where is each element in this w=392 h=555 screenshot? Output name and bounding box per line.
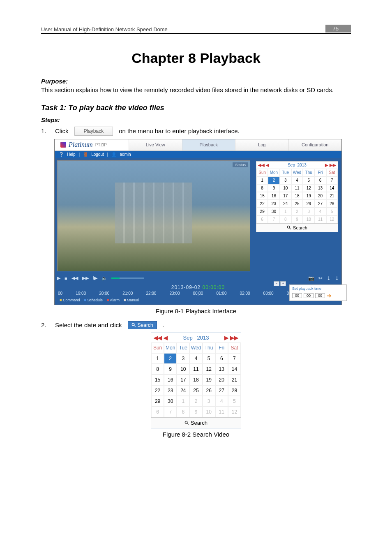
cal-day-selected[interactable]: 2 <box>164 353 177 364</box>
cal-day[interactable]: 1 <box>151 353 164 364</box>
cal-prev[interactable]: ◀◀ ◀ <box>154 335 168 341</box>
cal-day[interactable]: 17 <box>177 375 189 385</box>
cal-day[interactable]: 29 <box>256 208 268 215</box>
cal-day[interactable]: 21 <box>326 192 338 200</box>
set-ss-input[interactable] <box>315 293 325 298</box>
rewind-button[interactable]: ◀◀ <box>71 275 78 281</box>
cal-day-next-month[interactable]: 1 <box>177 396 189 407</box>
cal-day-next-month[interactable]: 12 <box>228 407 241 417</box>
cal-day[interactable]: 23 <box>164 385 177 396</box>
cal-day[interactable]: 26 <box>303 200 314 208</box>
cal-day[interactable]: 30 <box>268 208 279 215</box>
logout-icon[interactable]: 🚪 <box>83 152 88 157</box>
cal-day[interactable]: 21 <box>228 375 241 385</box>
logout-link[interactable]: Logout <box>91 152 104 157</box>
cal-day[interactable]: 17 <box>280 192 291 200</box>
help-link[interactable]: Help <box>67 152 76 157</box>
tab-configuration[interactable]: Configuration <box>288 139 342 150</box>
help-icon[interactable]: ❔ <box>59 152 64 157</box>
cal-day-next-month[interactable]: 9 <box>291 215 303 223</box>
zoom-in-button[interactable]: + <box>280 281 286 286</box>
snapshot-button[interactable]: 📷 <box>308 275 314 281</box>
cal-day[interactable]: 6 <box>314 176 326 184</box>
cal-day[interactable]: 24 <box>280 200 291 208</box>
cal-prev[interactable]: ◀◀ ◀ <box>258 163 269 167</box>
cal-day[interactable]: 23 <box>268 200 279 208</box>
cal-day-next-month[interactable]: 5 <box>326 208 338 215</box>
cal-day[interactable]: 25 <box>189 385 202 396</box>
cal-day[interactable]: 6 <box>215 353 228 364</box>
cal-day-next-month[interactable]: 2 <box>189 396 202 407</box>
cal-day[interactable]: 8 <box>256 184 268 192</box>
cal-day-next-month[interactable]: 7 <box>268 215 279 223</box>
cal-day[interactable]: 11 <box>291 184 303 192</box>
tab-playback[interactable]: Playback <box>182 139 235 150</box>
cal-day[interactable]: 14 <box>228 364 241 375</box>
cal-next[interactable]: ▶ ▶▶ <box>325 163 336 167</box>
cal-day-next-month[interactable]: 6 <box>151 407 164 417</box>
cal-day[interactable]: 29 <box>151 396 164 407</box>
calendar-search-button[interactable]: Search <box>256 223 338 232</box>
cal-day-next-month[interactable]: 11 <box>314 215 326 223</box>
cal-day[interactable]: 25 <box>291 200 303 208</box>
cal-day-selected[interactable]: 2 <box>268 176 279 184</box>
cal-day-next-month[interactable]: 10 <box>203 407 215 417</box>
cal-day[interactable]: 11 <box>189 364 202 375</box>
cal-day-next-month[interactable]: 12 <box>326 215 338 223</box>
cal-next[interactable]: ▶ ▶▶ <box>224 335 238 341</box>
cal-day[interactable]: 16 <box>164 375 177 385</box>
download-button[interactable]: ⤓ <box>327 275 331 281</box>
volume-button[interactable]: 🔈 <box>101 275 107 281</box>
cal-day-next-month[interactable]: 6 <box>256 215 268 223</box>
cal-day-next-month[interactable]: 7 <box>164 407 177 417</box>
cal-day[interactable]: 15 <box>256 192 268 200</box>
cal-day[interactable]: 3 <box>177 353 189 364</box>
cal-day-next-month[interactable]: 4 <box>215 396 228 407</box>
cal-day[interactable]: 13 <box>314 184 326 192</box>
cal-day[interactable]: 5 <box>203 353 215 364</box>
go-to-time-button[interactable]: ➜ <box>327 292 332 299</box>
zoom-out-button[interactable]: − <box>274 281 279 286</box>
cal-day-next-month[interactable]: 8 <box>177 407 189 417</box>
cal-day[interactable]: 22 <box>256 200 268 208</box>
cal-day[interactable]: 5 <box>303 176 314 184</box>
cal-day[interactable]: 27 <box>314 200 326 208</box>
cal-day[interactable]: 7 <box>326 176 338 184</box>
cal-day[interactable]: 7 <box>228 353 241 364</box>
volume-slider[interactable] <box>111 278 144 279</box>
tab-live-view[interactable]: Live View <box>129 139 182 150</box>
cal-day[interactable]: 9 <box>268 184 279 192</box>
cal-day-next-month[interactable]: 4 <box>314 208 326 215</box>
cal-day-next-month[interactable]: 10 <box>303 215 314 223</box>
cal-day[interactable]: 4 <box>291 176 303 184</box>
cal-day[interactable]: 3 <box>280 176 291 184</box>
cal-day[interactable]: 28 <box>228 385 241 396</box>
cal-day[interactable]: 8 <box>151 364 164 375</box>
stop-button[interactable]: ■ <box>65 276 67 281</box>
forward-button[interactable]: ▶▶ <box>82 275 89 281</box>
cal-day-next-month[interactable]: 3 <box>303 208 314 215</box>
cal-day[interactable]: 14 <box>326 184 338 192</box>
tab-log[interactable]: Log <box>235 139 288 150</box>
clip-button[interactable]: ✂ <box>318 275 323 281</box>
cal-day[interactable]: 13 <box>215 364 228 375</box>
download-all-button[interactable]: ⤓ <box>335 275 339 281</box>
cal-day[interactable]: 26 <box>203 385 215 396</box>
cal-day[interactable]: 30 <box>164 396 177 407</box>
cal-day[interactable]: 10 <box>177 364 189 375</box>
calendar-search-button[interactable]: Search <box>151 417 241 428</box>
cal-day[interactable]: 20 <box>314 192 326 200</box>
cal-day[interactable]: 4 <box>189 353 202 364</box>
cal-day[interactable]: 10 <box>280 184 291 192</box>
cal-day[interactable]: 19 <box>303 192 314 200</box>
cal-day-next-month[interactable]: 5 <box>228 396 241 407</box>
cal-day-next-month[interactable]: 2 <box>291 208 303 215</box>
cal-day[interactable]: 15 <box>151 375 164 385</box>
cal-day[interactable]: 18 <box>189 375 202 385</box>
step-button[interactable]: I▶ <box>93 275 97 281</box>
cal-day-next-month[interactable]: 8 <box>280 215 291 223</box>
play-button[interactable]: ▶ <box>57 275 60 281</box>
video-playback-area[interactable]: Status <box>57 160 250 271</box>
cal-day[interactable]: 16 <box>268 192 279 200</box>
set-mm-input[interactable] <box>304 293 314 298</box>
